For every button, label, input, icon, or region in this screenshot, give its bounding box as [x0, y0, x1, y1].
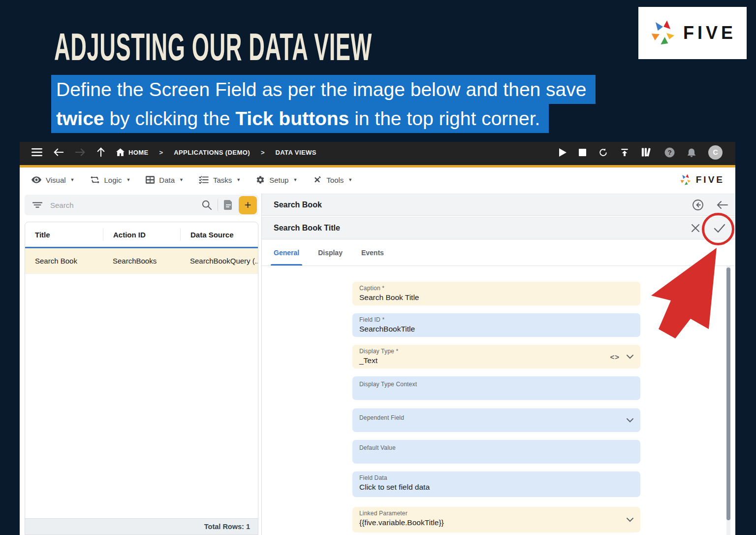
tab-display[interactable]: Display [318, 249, 343, 266]
instruction-line-2: twice by clicking the Tick buttons in th… [51, 104, 549, 133]
menu-visual[interactable]: Visual▼ [32, 176, 75, 184]
default-value-field[interactable]: Default Value [352, 440, 640, 464]
display-type-field[interactable]: Display Type * _Text <> [352, 345, 640, 368]
dependent-field-field[interactable]: Dependent Field [352, 408, 640, 432]
caption-field[interactable]: Caption * Search Book Title [352, 282, 640, 305]
breadcrumb-applications[interactable]: APPLICATIONS (DEMO) [174, 149, 250, 156]
chevron-down-icon[interactable] [627, 418, 633, 423]
logic-flow-icon [90, 176, 100, 184]
annotation-arrow-cursor [647, 244, 721, 342]
total-rows-label: Total Rows: 1 [25, 518, 258, 535]
instruction-line-1: Define the Screen Field as per the image… [51, 75, 596, 104]
column-header-action-id[interactable]: Action ID [103, 228, 180, 241]
breadcrumb-separator-icon: > [159, 149, 163, 156]
arrow-left-icon[interactable] [717, 200, 728, 210]
menu-setup[interactable]: Setup▼ [256, 175, 297, 184]
chevron-down-icon: ▼ [348, 177, 352, 182]
divider [218, 199, 218, 211]
library-books-icon[interactable] [641, 147, 652, 157]
avatar[interactable]: C [708, 145, 723, 160]
breadcrumb-separator-icon: > [261, 149, 265, 156]
notifications-bell-icon[interactable] [687, 147, 696, 157]
slide-canvas: { "slide": { "title": "ADJUSTING OUR DAT… [0, 0, 756, 535]
code-icon[interactable]: <> [610, 353, 620, 361]
hamburger-menu-icon[interactable] [32, 148, 42, 156]
menu-data[interactable]: Data▼ [146, 176, 184, 184]
filter-icon[interactable] [32, 201, 42, 208]
chevron-down-icon: ▼ [126, 177, 130, 182]
run-play-icon[interactable] [559, 148, 567, 157]
instruction-block: Define the Screen Field as per the image… [0, 75, 544, 133]
field-editor-header: Search Book Title [262, 217, 735, 239]
stop-icon[interactable] [579, 149, 586, 156]
tools-icon [313, 175, 322, 184]
menu-tasks[interactable]: Tasks▼ [199, 176, 241, 184]
tab-events[interactable]: Events [361, 249, 384, 266]
gear-icon [256, 175, 265, 184]
search-icon[interactable] [202, 200, 212, 210]
eye-icon [32, 176, 41, 183]
five-brand-small: FIVE [679, 167, 724, 192]
app-topbar: HOME > APPLICATIONS (DEMO) > DATA VIEWS [20, 142, 735, 167]
page-title: ADJUSTING OUR DATA VIEW [54, 25, 602, 69]
back-circle-icon[interactable] [692, 199, 704, 211]
menu-logic[interactable]: Logic▼ [90, 176, 131, 184]
menu-tools[interactable]: Tools▼ [313, 175, 352, 184]
linked-parameter-field[interactable]: Linked Parameter {{five.variable.BookTit… [352, 507, 640, 533]
tab-general[interactable]: General [274, 249, 299, 266]
help-icon[interactable]: ? [664, 147, 675, 158]
chevron-down-icon[interactable] [627, 355, 633, 359]
annotation-circle [702, 213, 734, 245]
display-type-context-field[interactable]: Display Type Context [352, 376, 640, 400]
table-row[interactable]: Search Book SearchBooks SearchBookQuery … [25, 248, 258, 274]
five-logo-text: FIVE [683, 23, 736, 43]
field-editor-title: Search Book Title [262, 224, 340, 233]
chevron-down-icon: ▼ [293, 177, 297, 182]
close-icon[interactable] [691, 224, 700, 233]
detail-header: Search Book [262, 194, 735, 216]
app-window: HOME > APPLICATIONS (DEMO) > DATA VIEWS [20, 142, 735, 535]
column-header-data-source[interactable]: Data Source [180, 228, 258, 241]
five-pinwheel-icon [679, 173, 692, 186]
refresh-icon[interactable] [598, 148, 608, 157]
five-pinwheel-icon [649, 19, 677, 47]
svg-text:?: ? [667, 149, 671, 156]
data-table-icon [146, 176, 155, 184]
search-input[interactable] [50, 201, 202, 209]
chevron-down-icon: ▼ [179, 177, 184, 182]
field-id-field[interactable]: Field ID * SearchBookTitle [352, 313, 640, 337]
up-icon[interactable] [96, 147, 105, 157]
add-button[interactable]: + [239, 196, 257, 214]
chevron-down-icon[interactable] [627, 518, 633, 522]
home-icon [116, 148, 125, 156]
breadcrumb-home[interactable]: HOME [116, 148, 149, 156]
field-data-field[interactable]: Field Data Click to set field data [352, 471, 640, 497]
five-logo: FIVE [638, 7, 747, 59]
chevron-down-icon: ▼ [70, 177, 75, 182]
data-views-list: Title Action ID Data Source Search Book … [25, 222, 258, 535]
tasks-checklist-icon [199, 176, 209, 184]
app-menubar: Visual▼ Logic▼ Data▼ Tasks▼ [20, 167, 735, 192]
scrollbar-track[interactable] [726, 266, 730, 535]
breadcrumb-data-views[interactable]: DATA VIEWS [276, 149, 316, 156]
copy-document-icon[interactable] [224, 200, 233, 210]
detail-title: Search Book [262, 201, 322, 209]
forward-icon[interactable] [75, 148, 86, 157]
publish-upload-icon[interactable] [620, 148, 629, 157]
search-bar: + [25, 195, 258, 215]
chevron-down-icon: ▼ [236, 177, 241, 182]
scrollbar-thumb[interactable] [726, 268, 730, 520]
column-header-title[interactable]: Title [25, 231, 103, 239]
table-header: Title Action ID Data Source [25, 222, 258, 247]
back-icon[interactable] [53, 148, 64, 157]
